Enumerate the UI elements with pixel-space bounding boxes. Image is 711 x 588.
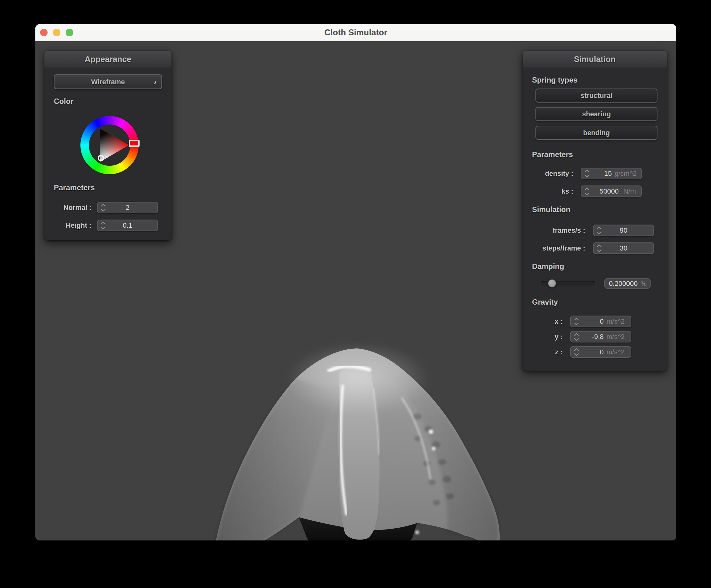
- ks-unit: N/m: [622, 187, 638, 196]
- gravity-y-label: y :: [526, 331, 563, 342]
- density-value: 15: [604, 169, 612, 178]
- wireframe-dropdown-label: Wireframe: [91, 78, 125, 86]
- height-spinner[interactable]: 0.1: [97, 220, 158, 231]
- simulation-section-label: Simulation: [532, 205, 570, 214]
- structural-button-label: structural: [581, 92, 612, 100]
- gravity-x-label: x :: [526, 316, 563, 327]
- gravity-x-value: 0: [600, 317, 604, 325]
- gravity-z-label: z :: [526, 346, 563, 358]
- shearing-button-label: shearing: [582, 110, 611, 118]
- close-window-button[interactable]: [40, 29, 47, 36]
- gravity-y-spinner[interactable]: -9.8 m/s^2: [570, 331, 631, 342]
- steps-spinner[interactable]: 30: [593, 242, 654, 254]
- cloth-render: [198, 332, 552, 540]
- window-controls: [35, 24, 73, 41]
- zoom-window-button[interactable]: [66, 29, 73, 36]
- minimize-window-button[interactable]: [53, 29, 60, 36]
- density-label: density :: [526, 168, 573, 179]
- spring-types-label: Spring types: [532, 76, 577, 85]
- normal-spinner[interactable]: 2: [97, 202, 158, 213]
- damping-slider-knob[interactable]: [548, 279, 556, 288]
- chevron-right-icon: ›: [154, 75, 156, 89]
- spinner-arrows-icon[interactable]: [574, 317, 579, 325]
- gravity-y-value: -9.8: [592, 333, 604, 341]
- ks-label: ks :: [526, 185, 573, 197]
- spinner-arrows-icon[interactable]: [574, 333, 579, 341]
- app-window: Cloth Simulator Appearance Wireframe › C…: [35, 24, 676, 540]
- appearance-panel-header[interactable]: Appearance: [44, 51, 172, 68]
- window-title: Cloth Simulator: [324, 28, 387, 38]
- steps-label: steps/frame :: [526, 242, 585, 254]
- gravity-z-value: 0: [600, 348, 604, 356]
- height-label: Height :: [47, 220, 91, 231]
- hue-selector[interactable]: [129, 140, 139, 147]
- gravity-x-unit: m/s^2: [606, 317, 627, 325]
- appearance-panel: Appearance Wireframe › Color: [44, 51, 172, 240]
- ks-value: 50000: [600, 187, 619, 196]
- spring-structural-button[interactable]: structural: [535, 89, 658, 103]
- damping-slider-track[interactable]: [541, 281, 595, 286]
- normal-label: Normal :: [47, 202, 91, 213]
- titlebar: Cloth Simulator: [35, 24, 676, 41]
- spinner-arrows-icon[interactable]: [585, 169, 589, 178]
- simulation-parameters-label: Parameters: [532, 150, 573, 159]
- frames-label: frames/s :: [526, 225, 585, 236]
- density-unit: g/cm^2: [615, 169, 638, 178]
- damping-unit: %: [640, 279, 647, 288]
- spring-shearing-button[interactable]: shearing: [535, 107, 658, 121]
- damping-value: 0.200000: [609, 279, 638, 288]
- frames-spinner[interactable]: 90: [593, 225, 654, 236]
- steps-value: 30: [594, 243, 653, 253]
- simulation-panel: Simulation Spring types structural shear…: [523, 51, 667, 370]
- damping-label: Damping: [532, 262, 564, 271]
- gravity-label: Gravity: [532, 298, 558, 307]
- saturation-value-selector[interactable]: [98, 155, 104, 161]
- color-section-label: Color: [54, 97, 73, 106]
- bending-button-label: bending: [583, 129, 610, 137]
- spring-bending-button[interactable]: bending: [535, 126, 658, 140]
- height-value: 0.1: [98, 220, 157, 230]
- gravity-z-spinner[interactable]: 0 m/s^2: [570, 346, 631, 358]
- frames-value: 90: [594, 225, 653, 235]
- gravity-x-spinner[interactable]: 0 m/s^2: [570, 316, 631, 327]
- wireframe-dropdown-button[interactable]: Wireframe ›: [54, 74, 162, 89]
- simulation-panel-header[interactable]: Simulation: [523, 51, 667, 68]
- density-spinner[interactable]: 15 g/cm^2: [581, 168, 642, 179]
- appearance-parameters-label: Parameters: [54, 183, 95, 192]
- spinner-arrows-icon[interactable]: [585, 187, 589, 196]
- gravity-y-unit: m/s^2: [606, 333, 627, 341]
- spinner-arrows-icon[interactable]: [574, 348, 579, 356]
- damping-value-box[interactable]: 0.200000 %: [604, 278, 651, 289]
- color-wheel[interactable]: [81, 116, 138, 174]
- normal-value: 2: [98, 202, 157, 213]
- ks-spinner[interactable]: 50000 N/m: [581, 185, 642, 197]
- gravity-z-unit: m/s^2: [606, 348, 627, 356]
